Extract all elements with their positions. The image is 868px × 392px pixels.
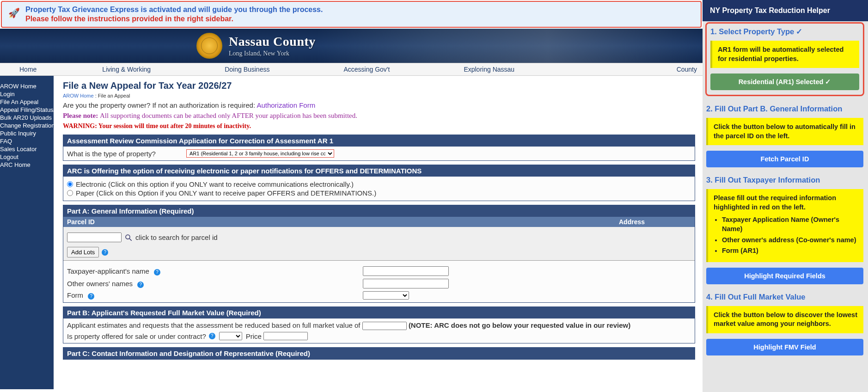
notif-electronic-label: Electronic (Click on this option if you …: [76, 180, 354, 188]
authorization-form-link[interactable]: Authorization Form: [257, 101, 315, 109]
panel-part-b-title: Part B: Applicant's Requested Full Marke…: [63, 307, 695, 318]
nav-accessing-govt[interactable]: Accessing Gov't: [306, 66, 427, 73]
nav-doing-business[interactable]: Doing Business: [188, 66, 306, 73]
attach-note: Please note: All supporting documents ca…: [63, 112, 695, 120]
parcel-search-hint: click to search for parcel id: [135, 233, 218, 241]
check-icon: ✓: [796, 27, 802, 36]
leftnav-login[interactable]: Login: [0, 90, 54, 98]
nav-county[interactable]: County: [640, 66, 703, 73]
leftnav-appeal-filing[interactable]: Appeal Filing/Status/Change: [0, 106, 54, 114]
other-owners-label: Other owners' names: [67, 280, 133, 288]
step-1-note: AR1 form will be automatically selected …: [710, 41, 859, 68]
taxpayer-help-icon[interactable]: ?: [154, 269, 160, 276]
panel-notifications: ARC is Offering the option of receiving …: [63, 165, 695, 201]
step-3-item-2: Other owner's address (Co-owner's name): [722, 236, 858, 245]
owner-question: Are you the property owner? If not an au…: [63, 101, 695, 109]
fetch-parcel-id-button[interactable]: Fetch Parcel ID: [706, 151, 863, 167]
leftnav-arc-home[interactable]: ARC Home: [0, 161, 54, 169]
step-3-note: Please fill out the required information…: [706, 189, 863, 262]
site-header: Nassau County Long Island, New York: [0, 29, 703, 63]
panel-ar1: Assessment Review Commission Application…: [63, 135, 695, 161]
step-4-note: Click the button below to discover the l…: [706, 306, 863, 333]
form-help-icon[interactable]: ?: [88, 293, 94, 300]
property-type-label: What is the type of property?: [67, 150, 186, 158]
price-input[interactable]: [263, 332, 308, 340]
site-title: Nassau County: [229, 34, 316, 49]
rocket-icon: 🚀: [8, 7, 20, 18]
step-3-item-1: Taxpayer Application Name (Owner's Name): [722, 215, 858, 233]
helper-title: NY Property Tax Reduction Helper: [703, 0, 868, 21]
leftnav-public-inquiry[interactable]: Public Inquiry: [0, 129, 54, 137]
notif-paper-label: Paper (Click on this Option if you ONLY …: [76, 189, 376, 197]
leftnav-file-appeal[interactable]: File An Appeal: [0, 98, 54, 106]
search-icon[interactable]: [124, 233, 133, 242]
step-1-title: 1. Select Property Type✓: [710, 27, 859, 36]
step-2-note: Click the button below to automatically …: [706, 118, 863, 145]
breadcrumb-current: File an Appeal: [98, 93, 130, 98]
nav-home[interactable]: Home: [0, 66, 65, 73]
property-type-select[interactable]: AR1 (Residential 1, 2 or 3 family house,…: [186, 149, 334, 158]
svg-line-1: [129, 239, 132, 241]
main-content: File a New Appeal for Tax Year 2026/27 A…: [54, 76, 703, 389]
taxpayer-name-input[interactable]: [363, 266, 449, 276]
for-sale-label: Is property offered for sale or under co…: [67, 332, 206, 340]
notif-paper-radio[interactable]: [67, 190, 73, 196]
step-2: 2. Fill Out Part B. General Information …: [706, 104, 863, 167]
leftnav-bulk-ar20[interactable]: Bulk AR20 Uploads: [0, 114, 54, 122]
fmv-note: (NOTE: ARC does not go below your reques…: [409, 321, 630, 329]
for-sale-help-icon[interactable]: ?: [209, 333, 215, 339]
left-sidebar: AROW Home Login File An Appeal Appeal Fi…: [0, 76, 54, 389]
step-2-title: 2. Fill Out Part B. General Information: [706, 104, 863, 113]
col-address: Address: [619, 218, 645, 226]
fmv-text-1: Applicant estimates and requests that th…: [67, 321, 362, 329]
add-lots-button[interactable]: Add Lots: [67, 247, 99, 257]
panel-notif-title: ARC is Offering the option of receiving …: [63, 165, 695, 177]
add-lots-help-icon[interactable]: ?: [102, 249, 108, 256]
step-3: 3. Fill Out Taxpayer Information Please …: [706, 176, 863, 284]
banner-line-1: Property Tax Grievance Express is activa…: [25, 6, 323, 14]
price-label: Price: [246, 332, 262, 340]
form-label: Form: [67, 291, 83, 299]
panel-part-a: Part A: General Information (Required) P…: [63, 205, 695, 303]
page-title: File a New Appeal for Tax Year 2026/27: [63, 80, 695, 91]
leftnav-change-reg[interactable]: Change Registration Info: [0, 122, 54, 129]
activation-banner: 🚀 Property Tax Grievance Express is acti…: [1, 1, 702, 28]
leftnav-arow-home[interactable]: AROW Home: [0, 82, 54, 90]
session-warning: WARNING: Your session will time out afte…: [63, 122, 695, 130]
step-3-title: 3. Fill Out Taxpayer Information: [706, 176, 863, 184]
step-1: 1. Select Property Type✓ AR1 form will b…: [705, 22, 864, 96]
helper-sidebar: NY Property Tax Reduction Helper 1. Sele…: [703, 0, 868, 392]
highlight-fmv-button[interactable]: Highlight FMV Field: [706, 339, 863, 355]
nav-living-working[interactable]: Living & Working: [65, 66, 188, 73]
other-owners-help-icon[interactable]: ?: [137, 282, 144, 288]
for-sale-select[interactable]: [219, 332, 242, 340]
breadcrumb: AROW Home : File an Appeal: [63, 93, 695, 98]
leftnav-sales-locator[interactable]: Sales Locator: [0, 145, 54, 153]
panel-part-c: Part C: Contact Information and Designat…: [63, 347, 695, 360]
county-seal-icon: [196, 33, 222, 59]
notif-electronic-radio[interactable]: [67, 181, 73, 187]
panel-part-a-title: Part A: General Information (Required): [63, 205, 695, 217]
panel-ar1-title: Assessment Review Commission Application…: [63, 135, 695, 147]
step-3-item-3: Form (AR1): [722, 246, 858, 256]
step-1-button: Residential (AR1) Selected✓: [710, 74, 859, 90]
top-nav: Home Living & Working Doing Business Acc…: [0, 63, 703, 76]
taxpayer-name-label: Taxpayer-applicant's name: [67, 267, 149, 275]
fmv-value-input[interactable]: [362, 322, 407, 330]
panel-part-c-title: Part C: Contact Information and Designat…: [63, 348, 695, 359]
other-owners-input[interactable]: [363, 279, 449, 288]
nav-exploring-nassau[interactable]: Exploring Nassau: [427, 66, 551, 73]
banner-line-2: Please follow the instructions provided …: [25, 15, 323, 23]
check-icon: ✓: [825, 78, 831, 86]
site-subtitle: Long Island, New York: [229, 50, 316, 57]
col-parcel-id: Parcel ID: [67, 218, 95, 226]
step-4-title: 4. Fill Out Full Market Value: [706, 293, 863, 301]
parcel-search-input[interactable]: [67, 233, 122, 242]
form-select[interactable]: [363, 291, 409, 300]
breadcrumb-home[interactable]: AROW Home: [63, 93, 94, 98]
leftnav-logout[interactable]: Logout: [0, 153, 54, 161]
highlight-fields-button[interactable]: Highlight Required Fields: [706, 268, 863, 284]
panel-part-b: Part B: Applicant's Requested Full Marke…: [63, 306, 695, 343]
leftnav-faq[interactable]: FAQ: [0, 137, 54, 145]
svg-point-0: [126, 235, 130, 239]
